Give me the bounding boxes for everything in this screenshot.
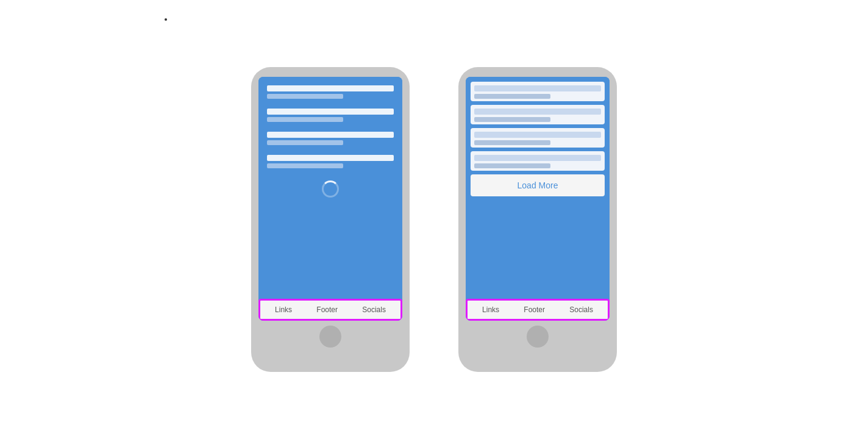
phone-left-screen: Links Footer Socials	[258, 77, 402, 321]
phone-right-content: Load More	[466, 77, 610, 299]
phone-left: Links Footer Socials	[251, 67, 410, 372]
card-right-2	[471, 105, 605, 124]
card-line-short-1	[267, 94, 343, 99]
decorative-dot	[165, 18, 167, 21]
footer-nav-links-right[interactable]: Links	[482, 305, 499, 314]
phones-container: Links Footer Socials	[251, 67, 617, 372]
footer-nav-footer-left[interactable]: Footer	[316, 305, 338, 314]
footer-nav-right[interactable]: Links Footer Socials	[466, 299, 610, 321]
card-right-line-long-4	[474, 155, 601, 161]
card-line-short-4	[267, 163, 343, 168]
card-right-line-long-3	[474, 132, 601, 138]
phone-left-content	[258, 77, 402, 299]
card-line-short-3	[267, 140, 343, 145]
card-line-short-2	[267, 117, 343, 122]
phone-left-home-button[interactable]	[319, 326, 341, 348]
card-right-line-long-1	[474, 85, 601, 91]
card-right-line-short-2	[474, 117, 550, 122]
card-right-4	[471, 151, 605, 171]
phone-right-home-button[interactable]	[527, 326, 549, 348]
phone-right: Load More Links Footer Socials	[458, 67, 617, 372]
phone-right-screen: Load More Links Footer Socials	[466, 77, 610, 321]
card-line-long-3	[267, 132, 394, 138]
loading-spinner	[322, 180, 339, 198]
card-right-line-short-3	[474, 140, 550, 145]
card-left-2	[263, 105, 397, 124]
footer-nav-socials-left[interactable]: Socials	[362, 305, 386, 314]
footer-nav-footer-right[interactable]: Footer	[524, 305, 545, 314]
card-right-3	[471, 128, 605, 148]
card-left-3	[263, 128, 397, 148]
card-right-line-short-4	[474, 163, 550, 168]
card-line-long-2	[267, 109, 394, 115]
card-right-line-long-2	[474, 109, 601, 115]
spinner-area	[263, 174, 397, 204]
card-left-1	[263, 82, 397, 101]
load-more-button[interactable]: Load More	[471, 174, 605, 196]
footer-nav-links-left[interactable]: Links	[275, 305, 292, 314]
footer-nav-left[interactable]: Links Footer Socials	[258, 299, 402, 321]
footer-nav-socials-right[interactable]: Socials	[569, 305, 593, 314]
card-left-4	[263, 151, 397, 171]
card-line-long-4	[267, 155, 394, 161]
card-right-line-short-1	[474, 94, 550, 99]
card-right-1	[471, 82, 605, 101]
card-line-long-1	[267, 85, 394, 91]
